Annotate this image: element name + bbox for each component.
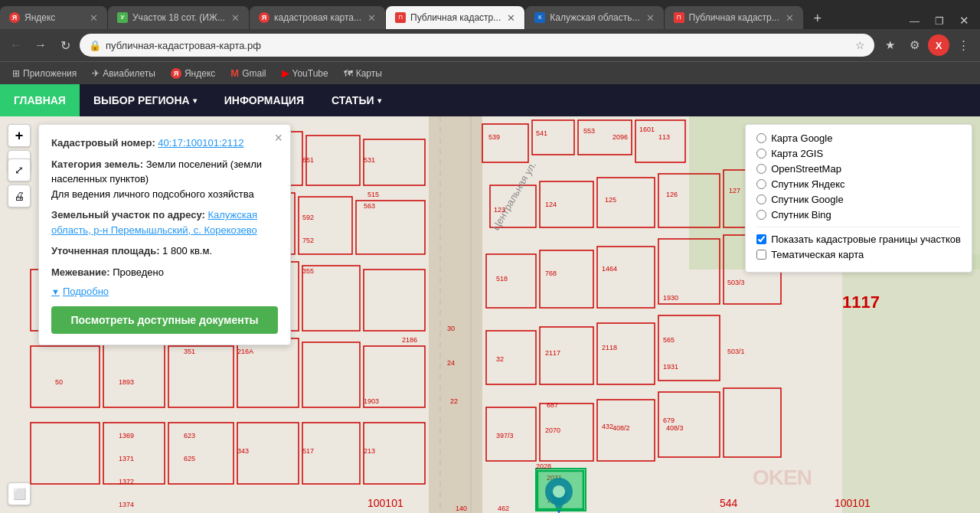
yandex-star-button[interactable]: ★ xyxy=(879,34,900,56)
yandex-account-button[interactable]: Х xyxy=(928,34,949,56)
radio-bing-sat[interactable] xyxy=(756,210,766,220)
tab-close-yandex[interactable]: ✕ xyxy=(83,12,98,24)
nav-home[interactable]: ГЛАВНАЯ xyxy=(0,84,80,116)
label-bing-sat: Спутник Bing xyxy=(771,209,831,221)
view-documents-button[interactable]: Посмотреть доступные документы xyxy=(51,306,278,334)
tab-kadastrovaya[interactable]: Я кадастровая карта... ✕ xyxy=(250,6,385,29)
svg-rect-46 xyxy=(658,315,720,381)
layer-option-cadastral[interactable]: Показать кадастровые границы участков xyxy=(756,234,961,245)
layer-option-google-map[interactable]: Карта Google xyxy=(756,132,961,144)
popup-close-button[interactable]: × xyxy=(274,131,283,145)
svg-rect-45 xyxy=(597,323,655,384)
map-container[interactable]: Центральная ул. 123 124 125 126 127 539 … xyxy=(0,116,980,513)
bookmark-maps[interactable]: 🗺 Карты xyxy=(338,67,388,80)
label-yandex-sat: Спутник Яндекс xyxy=(771,178,844,190)
svg-text:127: 127 xyxy=(729,187,740,194)
svg-text:126: 126 xyxy=(666,191,678,198)
nav-region-label: ВЫБОР РЕГИОНА xyxy=(93,94,190,106)
layer-option-thematic[interactable]: Тематическая карта xyxy=(756,249,961,260)
tab-label: Публичная кадастр... xyxy=(410,12,501,23)
svg-rect-19 xyxy=(299,197,352,254)
bookmark-yandex[interactable]: Я Яндекс xyxy=(165,67,221,80)
nav-info[interactable]: ИНФОРМАЦИЯ xyxy=(211,84,318,116)
svg-text:32: 32 xyxy=(496,355,504,363)
tab-bar: Я Яндекс ✕ У Участок 18 сот. (ИЖ... ✕ Я … xyxy=(0,0,980,29)
area-row: Уточненная площадь: 1 800 кв.м. xyxy=(51,243,278,259)
reload-button[interactable]: ↻ xyxy=(55,35,75,55)
bookmark-youtube[interactable]: ▶ YouTube xyxy=(276,66,335,80)
category-sub: Для ведения личного подсобного хозяйства xyxy=(51,188,254,200)
svg-text:397/3: 397/3 xyxy=(496,432,514,439)
settings-icon[interactable]: ⚙ xyxy=(903,34,925,56)
new-tab-button[interactable]: + xyxy=(807,8,828,29)
forward-button[interactable]: → xyxy=(31,35,51,55)
bookmark-apps[interactable]: ⊞ Приложения xyxy=(6,67,83,80)
area-value: 1 800 кв.м. xyxy=(162,245,212,256)
maps-icon: 🗺 xyxy=(344,68,353,79)
category-row: Категория земель: Земли поселений (земли… xyxy=(51,157,278,202)
svg-text:1601: 1601 xyxy=(639,126,655,133)
restore-button[interactable]: ❐ xyxy=(930,14,949,28)
svg-text:1931: 1931 xyxy=(663,363,678,371)
svg-text:531: 531 xyxy=(364,156,375,164)
svg-text:2028: 2028 xyxy=(536,462,551,470)
nav-region[interactable]: ВЫБОР РЕГИОНА ▾ xyxy=(80,84,211,116)
tab-label: Участок 18 сот. (ИЖ... xyxy=(132,12,225,23)
zoom-in-button[interactable]: + xyxy=(8,124,31,147)
radio-yandex-sat[interactable] xyxy=(756,179,766,189)
radio-google-sat[interactable] xyxy=(756,194,766,204)
minimize-button[interactable]: — xyxy=(905,14,924,28)
bookmark-gmail[interactable]: M Gmail xyxy=(224,66,272,80)
tab-close-kal[interactable]: ✕ xyxy=(640,12,655,24)
svg-rect-34 xyxy=(597,247,655,308)
menu-button[interactable]: ⋮ xyxy=(952,34,974,56)
address-text: публичная-кадастровая-карта.рф xyxy=(106,40,849,51)
svg-rect-39 xyxy=(168,346,234,407)
star-icon[interactable]: ☆ xyxy=(855,39,865,51)
bookmark-label: Gmail xyxy=(242,68,266,79)
bookmark-label: Приложения xyxy=(23,68,77,79)
nav-articles[interactable]: СТАТЬИ ▾ xyxy=(318,84,395,116)
cadastral-number-row: Кадастровый номер: 40:17:100101:2112 xyxy=(51,136,278,151)
radio-google-map[interactable] xyxy=(756,133,766,143)
layer-option-yandex-sat[interactable]: Спутник Яндекс xyxy=(756,178,961,190)
fullscreen-button[interactable]: ⤢ xyxy=(8,158,31,181)
tab-uchastok[interactable]: У Участок 18 сот. (ИЖ... ✕ xyxy=(108,6,249,29)
tab-favicon-kal: К xyxy=(534,12,545,23)
checkbox-thematic[interactable] xyxy=(756,250,766,260)
label-google-sat: Спутник Google xyxy=(771,194,844,205)
bookmark-avia[interactable]: ✈ Авиабилеты xyxy=(86,67,162,80)
svg-rect-6 xyxy=(532,120,574,155)
tab-publichna-active[interactable]: П Публичная кадастр... ✕ xyxy=(386,6,524,29)
radio-2gis[interactable] xyxy=(756,149,766,158)
tab-favicon-yandex: Я xyxy=(9,12,20,23)
print-button[interactable]: 🖨 xyxy=(8,185,31,207)
tab-close-pub1[interactable]: ✕ xyxy=(501,12,515,24)
layer-option-bing-sat[interactable]: Спутник Bing xyxy=(756,209,961,221)
tab-close-uchastok[interactable]: ✕ xyxy=(225,12,240,24)
radio-osm[interactable] xyxy=(756,164,766,174)
tab-close-pub2[interactable]: ✕ xyxy=(779,12,794,24)
layer-option-google-sat[interactable]: Спутник Google xyxy=(756,194,961,205)
apps-icon: ⊞ xyxy=(12,68,20,79)
nav-articles-container: СТАТЬИ ▾ xyxy=(332,94,381,106)
tab-kaluzhskaya[interactable]: К Калужская область... ✕ xyxy=(525,6,663,29)
address-bar-icons: ☆ xyxy=(855,39,865,51)
cadastral-number-link[interactable]: 40:17:100101:2112 xyxy=(158,137,243,149)
back-button[interactable]: ← xyxy=(6,35,26,55)
checkbox-cadastral[interactable] xyxy=(756,234,766,244)
layer-option-osm[interactable]: OpenStreetMap xyxy=(756,163,961,175)
details-link[interactable]: ▼ Подробно xyxy=(51,286,278,297)
svg-text:768: 768 xyxy=(545,270,557,277)
tab-publichna-2[interactable]: П Публичная кадастр... ✕ xyxy=(665,6,803,29)
tab-close-kad[interactable]: ✕ xyxy=(361,12,376,24)
tab-yandex[interactable]: Я Яндекс ✕ xyxy=(0,6,107,29)
close-button[interactable]: ✕ xyxy=(955,12,974,29)
svg-text:503/3: 503/3 xyxy=(727,279,745,286)
svg-text:651: 651 xyxy=(302,156,314,164)
measure-button[interactable]: ⬜ xyxy=(8,482,31,505)
address-bar[interactable]: 🔒 публичная-кадастровая-карта.рф ☆ xyxy=(80,34,874,57)
layer-option-2gis[interactable]: Карта 2GIS xyxy=(756,148,961,159)
svg-text:539: 539 xyxy=(488,133,500,141)
label-2gis: Карта 2GIS xyxy=(771,148,823,159)
